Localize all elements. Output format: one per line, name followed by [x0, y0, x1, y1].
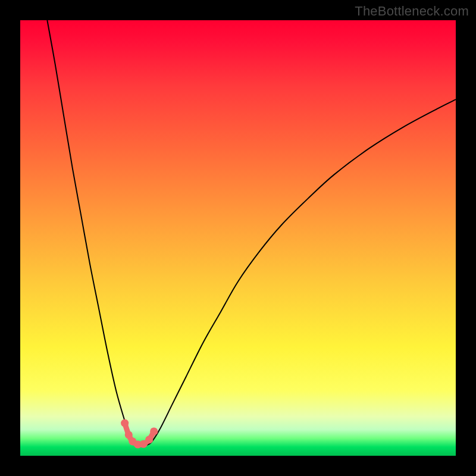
optimal-marker	[150, 427, 158, 435]
optimal-marker	[125, 431, 133, 439]
optimal-range-markers	[121, 419, 158, 449]
optimal-marker	[121, 419, 129, 427]
optimal-marker	[145, 436, 153, 443]
bottleneck-curve	[47, 20, 456, 446]
watermark-text: TheBottleneck.com	[355, 4, 469, 19]
chart-plot-area	[20, 20, 456, 456]
chart-svg	[20, 20, 456, 456]
